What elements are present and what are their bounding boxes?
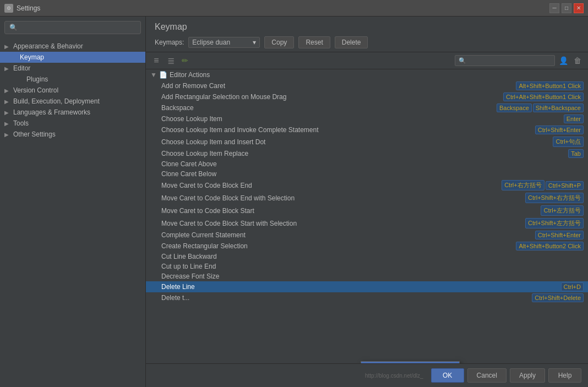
delete-icon[interactable]: 🗑	[571, 54, 584, 67]
shortcut-badge: Ctrl+右方括号	[502, 180, 545, 190]
cancel-button[interactable]: Cancel	[467, 368, 507, 383]
ok-button[interactable]: OK	[431, 368, 464, 383]
sidebar-item-appearance[interactable]: ▶ Appearance & Behavior	[0, 41, 145, 52]
help-button[interactable]: Help	[548, 368, 581, 383]
shortcut-badge: Ctrl+Shift+Enter	[535, 126, 584, 134]
sidebar: 🔍 ▶ Appearance & Behavior ▶ Keymap ▶ Edi…	[0, 17, 146, 387]
close-button[interactable]: ✕	[574, 3, 584, 13]
sidebar-item-build[interactable]: ▶ Build, Execution, Deployment	[0, 96, 145, 107]
copy-button[interactable]: Copy	[264, 36, 294, 48]
sidebar-item-vcs[interactable]: ▶ Version Control	[0, 85, 145, 96]
tree-row[interactable]: Cut Line Backward	[146, 252, 588, 261]
row-name: Move Caret to Code Block Start	[161, 207, 541, 215]
keymaps-label: Keymaps:	[155, 39, 184, 46]
sidebar-item-tools[interactable]: ▶ Tools	[0, 118, 145, 129]
tree-row[interactable]: Clone Caret Above	[146, 159, 588, 169]
sidebar-item-label: Keymap	[20, 53, 44, 61]
tree-row[interactable]: Add Rectangular Selection on Mouse DragC…	[146, 91, 588, 102]
keymap-search-box[interactable]: 🔍	[455, 55, 555, 66]
tree-row[interactable]: Move Caret to Code Block End with Select…	[146, 192, 588, 204]
sidebar-item-label: Plugins	[26, 75, 48, 83]
apply-button[interactable]: Apply	[510, 368, 545, 383]
tree-section-header[interactable]: ▼ 📄 Editor Actions	[146, 69, 588, 80]
shortcut-badges: Ctrl+D	[561, 282, 584, 291]
keymap-dropdown[interactable]: Eclipse duan ▾	[188, 37, 260, 48]
row-name: Delete t...	[161, 294, 532, 302]
bottom-bar: http://blog.csdn.net/dlz_ OK Cancel Appl…	[146, 363, 588, 387]
context-menu: Add Keyboard ShortcutAdd Mouse ShortcutA…	[361, 361, 460, 363]
tree-row[interactable]: BackspaceBackspaceShift+Backspace	[146, 102, 588, 113]
tree-rows-container: Add or Remove CaretAlt+Shift+Button1 Cli…	[146, 80, 588, 303]
tree-row[interactable]: Complete Current StatementCtrl+Shift+Ent…	[146, 230, 588, 241]
tree-row[interactable]: Create Rectangular SelectionAlt+Shift+Bu…	[146, 241, 588, 252]
keymap-search-input[interactable]	[469, 57, 551, 64]
tree-row[interactable]: Add or Remove CaretAlt+Shift+Button1 Cli…	[146, 80, 588, 91]
tree-row[interactable]: Choose Lookup Item and Invoke Complete S…	[146, 124, 588, 135]
row-name: Move Caret to Code Block End	[161, 182, 502, 189]
toolbar-row: ≡ ≣ ✏ 🔍 👤 🗑	[146, 52, 588, 69]
shortcut-badges: Ctrl+右方括号Ctrl+Shift+P	[502, 180, 584, 190]
reset-button[interactable]: Reset	[298, 36, 330, 48]
shortcut-badge: Ctrl+Alt+Shift+Button1 Click	[503, 92, 584, 101]
page-title: Keymap	[155, 22, 579, 32]
sidebar-item-label: Version Control	[13, 86, 58, 94]
sidebar-item-label: Build, Execution, Deployment	[13, 97, 100, 105]
row-name: Clone Caret Above	[161, 160, 584, 168]
shortcut-badge: Ctrl+D	[561, 282, 584, 291]
tree-row[interactable]: Choose Lookup ItemEnter	[146, 113, 588, 124]
row-name: Cut Line Backward	[161, 253, 584, 260]
tree-row[interactable]: Move Caret to Code Block StartCtrl+左方括号	[146, 204, 588, 217]
sidebar-item-other[interactable]: ▶ Other Settings	[0, 129, 145, 140]
shortcut-badge: Ctrl+Shift+Enter	[535, 231, 584, 239]
row-name: Choose Lookup Item Replace	[161, 150, 568, 157]
minimize-button[interactable]: ─	[549, 3, 559, 13]
shortcut-badges: Ctrl+Shift+右方括号	[525, 193, 584, 203]
shortcut-badges: Ctrl+Shift+Enter	[535, 126, 584, 134]
sidebar-item-editor[interactable]: ▶ Editor	[0, 63, 145, 74]
section-label: Editor Actions	[170, 71, 210, 79]
row-name: Backspace	[161, 104, 497, 112]
row-name: Choose Lookup Item and Insert Dot	[161, 138, 553, 146]
expand-arrow-icon: ▶	[4, 99, 11, 105]
sort-icon[interactable]: ≡	[150, 54, 162, 67]
sidebar-item-label: Languages & Frameworks	[13, 108, 90, 116]
window-controls: ─ □ ✕	[549, 3, 584, 13]
window-title: Settings	[17, 4, 549, 12]
expand-arrow-icon: ▶	[4, 88, 11, 94]
row-name: Add or Remove Caret	[161, 82, 516, 90]
title-bar: ⚙ Settings ─ □ ✕	[0, 0, 588, 17]
maximize-button[interactable]: □	[562, 3, 571, 13]
tree-row[interactable]: Cut up to Line End	[146, 261, 588, 271]
shortcut-badges: Ctrl+Alt+Shift+Button1 Click	[503, 92, 584, 101]
keymap-value: Eclipse duan	[192, 39, 230, 46]
shortcut-badges: Alt+Shift+Button2 Click	[516, 242, 584, 250]
row-name: Create Rectangular Selection	[161, 242, 516, 250]
user-icon[interactable]: 👤	[557, 54, 569, 67]
shortcut-badge: Enter	[564, 115, 584, 123]
sidebar-item-plugins[interactable]: ▶ Plugins	[0, 74, 145, 85]
shortcut-badge: Tab	[568, 149, 584, 158]
tree-row[interactable]: Move Caret to Code Block Start with Sele…	[146, 217, 588, 230]
tree-row[interactable]: Choose Lookup Item ReplaceTab	[146, 148, 588, 159]
tree-row[interactable]: Delete LineCtrl+D	[146, 281, 588, 292]
tree-row[interactable]: Delete t...Ctrl+Shift+Delete	[146, 292, 588, 303]
tree-row[interactable]: Decrease Font Size	[146, 271, 588, 281]
sidebar-item-label: Other Settings	[13, 130, 56, 138]
search-icon: 🔍	[9, 24, 18, 31]
filter-icon[interactable]: ≣	[165, 54, 177, 67]
sidebar-item-languages[interactable]: ▶ Languages & Frameworks	[0, 107, 145, 118]
tree-row[interactable]: Choose Lookup Item and Insert DotCtrl+句点	[146, 135, 588, 148]
sidebar-search-input[interactable]	[20, 24, 136, 31]
shortcut-badges: Ctrl+Shift+Enter	[535, 231, 584, 239]
sidebar-item-keymap[interactable]: ▶ Keymap	[0, 52, 145, 63]
sidebar-search[interactable]: 🔍	[4, 21, 141, 34]
context-menu-item[interactable]: Add Keyboard Shortcut	[361, 362, 459, 363]
shortcut-badges: Ctrl+左方括号	[541, 205, 584, 216]
tree-row[interactable]: Clone Caret Below	[146, 169, 588, 179]
search-right: 🔍 👤 🗑	[455, 54, 584, 67]
tree-row[interactable]: Move Caret to Code Block EndCtrl+右方括号Ctr…	[146, 179, 588, 192]
edit-icon[interactable]: ✏	[179, 54, 191, 67]
shortcut-badges: Alt+Shift+Button1 Click	[516, 81, 584, 90]
delete-button[interactable]: Delete	[335, 36, 368, 48]
section-icon: 📄	[159, 71, 167, 79]
